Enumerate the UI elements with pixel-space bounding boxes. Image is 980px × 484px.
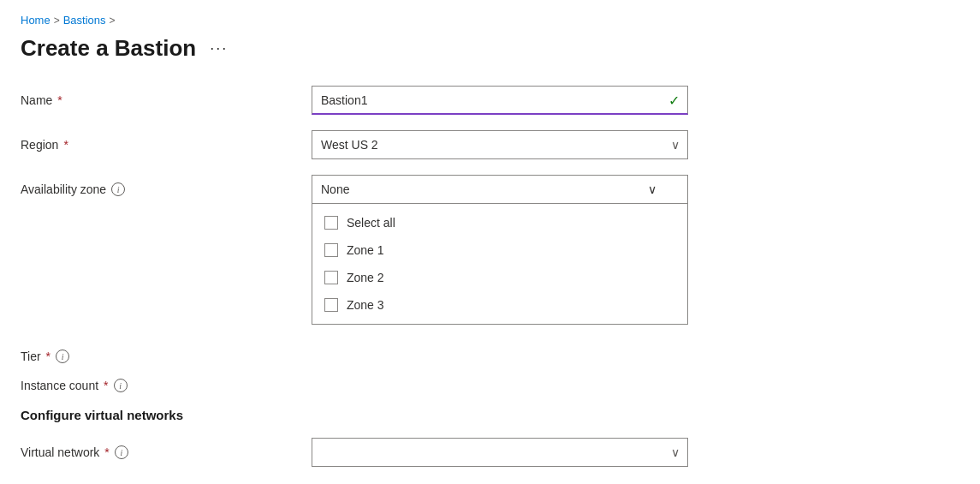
availability-zone-dropdown-trigger[interactable]: None ∨ [312,175,688,204]
availability-zone-dropdown-menu: Select all Zone 1 Zone 2 Zone 3 [312,204,688,325]
ellipsis-menu-button[interactable]: ··· [205,38,233,59]
breadcrumb: Home > Bastions > [21,14,959,27]
instance-count-row: Instance count * i [21,379,688,392]
breadcrumb-sep-2: > [110,15,116,27]
virtual-network-select-wrap: ∨ [312,438,688,467]
name-label: Name * [21,93,312,107]
dropdown-item-zone-3[interactable]: Zone 3 [312,291,687,319]
page-title-row: Create a Bastion ··· [21,35,959,62]
availability-zone-label: Availability zone i [21,182,312,196]
virtual-network-required-star: * [104,445,109,459]
name-input[interactable] [312,86,688,115]
dropdown-item-select-all[interactable]: Select all [312,209,687,236]
virtual-network-select[interactable] [312,438,688,467]
instance-count-required-star: * [104,379,108,392]
checkbox-zone-3[interactable] [324,298,338,312]
virtual-network-label: Virtual network * i [21,445,312,459]
breadcrumb-home[interactable]: Home [21,14,50,27]
tier-label: Tier * i [21,350,312,363]
checkbox-zone-1[interactable] [324,243,338,257]
name-check-icon: ✓ [668,93,680,109]
dropdown-item-zone-1-label: Zone 1 [347,243,384,257]
name-row: Name * ✓ [21,86,688,115]
dropdown-item-zone-3-label: Zone 3 [347,298,384,312]
instance-count-label: Instance count * i [21,379,312,392]
configure-vnet-heading: Configure virtual networks [21,408,688,422]
name-input-wrap: ✓ [312,86,688,115]
checkbox-select-all[interactable] [324,216,338,230]
availability-zone-control: None ∨ Select all Zone 1 Zone 2 [312,175,688,204]
checkbox-zone-2[interactable] [324,271,338,284]
region-row: Region * West US 2 ∨ [21,130,688,159]
tier-required-star: * [46,350,50,363]
availability-zone-arrow: ∨ [648,182,656,196]
availability-zone-row: Availability zone i None ∨ Select all Zo… [21,175,688,204]
region-select[interactable]: West US 2 [312,130,688,159]
availability-zone-value: None [321,182,349,196]
tier-row: Tier * i [21,350,688,363]
page-container: Home > Bastions > Create a Bastion ··· N… [0,0,980,484]
virtual-network-info-icon: i [115,445,128,459]
dropdown-item-zone-1[interactable]: Zone 1 [312,236,687,264]
dropdown-item-zone-2[interactable]: Zone 2 [312,264,687,291]
region-select-wrap: West US 2 ∨ [312,130,688,159]
instance-count-info-icon: i [114,379,128,392]
breadcrumb-bastions[interactable]: Bastions [63,14,106,27]
name-required-star: * [57,93,62,107]
dropdown-item-select-all-label: Select all [347,216,395,230]
tier-info-icon: i [56,350,69,363]
page-title: Create a Bastion [21,35,196,62]
dropdown-item-zone-2-label: Zone 2 [347,271,384,284]
region-required-star: * [63,138,68,152]
form-area: Name * ✓ Region * West US 2 ∨ [21,86,688,484]
region-label: Region * [21,138,312,152]
virtual-network-row: Virtual network * i ∨ [21,438,688,467]
availability-zone-info-icon: i [111,182,125,196]
breadcrumb-sep-1: > [54,15,60,27]
